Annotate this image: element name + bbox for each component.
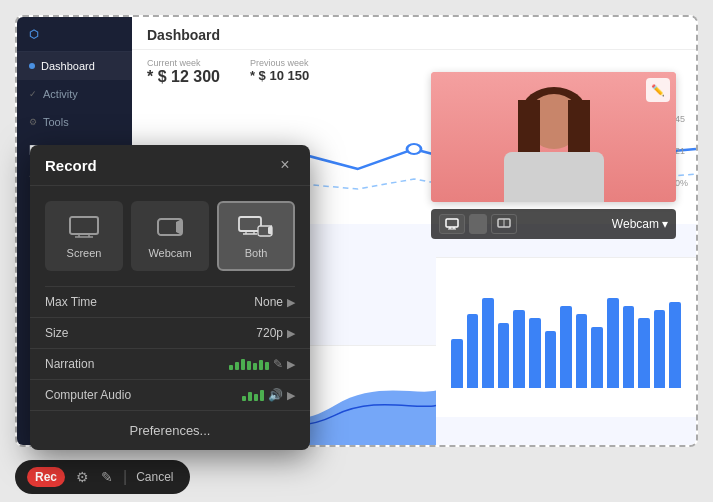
bar-chart <box>436 257 696 417</box>
sidebar-item-dashboard[interactable]: Dashboard <box>17 52 132 80</box>
record-type-webcam[interactable]: Webcam <box>131 201 209 271</box>
webcam-edit-button[interactable]: ✏️ <box>646 78 670 102</box>
source-split-btn[interactable] <box>491 214 517 234</box>
bar-8 <box>576 314 588 388</box>
webcam-source-bar: Webcam ▾ <box>431 209 676 239</box>
bar-3 <box>498 323 510 388</box>
screen-source-icon <box>445 218 459 230</box>
source-screen-btn[interactable] <box>439 214 465 234</box>
audio-label: Computer Audio <box>45 388 135 402</box>
setting-row-maxtime[interactable]: Max Time None ▶ <box>30 287 310 318</box>
webcam-label-text: Webcam <box>612 217 659 231</box>
bar-10 <box>607 298 619 388</box>
audio-speaker-icon[interactable]: 🔊 <box>268 388 283 402</box>
vol-bar-3 <box>241 359 245 370</box>
current-week-stat: Current week * $ 12 300 <box>147 58 220 86</box>
bar-1 <box>467 314 479 388</box>
person-body <box>504 152 604 202</box>
setting-row-audio[interactable]: Computer Audio 🔊 ▶ <box>30 380 310 411</box>
narration-pencil-icon[interactable]: ✎ <box>273 357 283 371</box>
source-fill-btn[interactable] <box>469 214 487 234</box>
previous-week-stat: Previous week * $ 10 150 <box>250 58 309 86</box>
record-type-both[interactable]: Both <box>217 201 295 271</box>
page-title: Dashboard <box>147 27 681 43</box>
sidebar-logo: ⬡ <box>17 17 132 52</box>
bars-container <box>451 288 681 388</box>
bar-13 <box>654 310 666 388</box>
active-indicator <box>29 63 35 69</box>
vol-bar-5 <box>253 363 257 370</box>
audio-vol-bar-4 <box>260 390 264 401</box>
webcam-source-label: Webcam ▾ <box>612 217 668 231</box>
setting-row-size[interactable]: Size 720p ▶ <box>30 318 310 349</box>
bar-14 <box>669 302 681 388</box>
audio-vol-bar-3 <box>254 394 258 401</box>
settings-icon[interactable]: ⚙ <box>71 469 94 485</box>
both-type-icon <box>238 213 274 241</box>
bar-0 <box>451 339 463 388</box>
bar-9 <box>591 327 603 388</box>
bar-4 <box>513 310 525 388</box>
size-chevron: ▶ <box>287 327 295 340</box>
maxtime-label: Max Time <box>45 295 135 309</box>
sidebar-label-activity: Activity <box>43 88 78 100</box>
vol-bar-2 <box>235 362 239 370</box>
screen-type-label: Screen <box>67 247 102 259</box>
edit-icon[interactable]: ✎ <box>96 469 118 485</box>
setting-row-narration[interactable]: Narration ✎ ▶ <box>30 349 310 380</box>
size-value: 720p <box>256 326 283 340</box>
webcam-person-view <box>431 72 676 202</box>
audio-vol-bar-2 <box>248 392 252 401</box>
svg-marker-12 <box>176 219 182 235</box>
bar-7 <box>560 306 572 388</box>
bar-2 <box>482 298 494 388</box>
audio-volume-bars <box>242 389 264 401</box>
maxtime-value: None <box>254 295 283 309</box>
audio-chevron: ▶ <box>287 389 295 402</box>
current-week-value: * $ 12 300 <box>147 68 220 86</box>
modal-title: Record <box>45 157 97 174</box>
record-types-row: Screen Webcam <box>30 186 310 286</box>
vol-bar-4 <box>247 361 251 370</box>
maxtime-chevron: ▶ <box>287 296 295 309</box>
narration-label: Narration <box>45 357 135 371</box>
bar-5 <box>529 318 541 388</box>
sidebar-label-tools: Tools <box>43 116 69 128</box>
vol-bar-1 <box>229 365 233 370</box>
sidebar-item-activity[interactable]: ✓ Activity <box>17 80 132 108</box>
previous-week-value: * $ 10 150 <box>250 68 309 83</box>
rec-badge[interactable]: Rec <box>27 467 65 487</box>
screen-type-icon <box>66 213 102 241</box>
size-label: Size <box>45 326 135 340</box>
record-modal: Record × Screen Webcam <box>30 145 310 450</box>
webcam-type-icon <box>152 213 188 241</box>
bar-11 <box>623 306 635 388</box>
previous-week-label: Previous week <box>250 58 309 68</box>
bar-6 <box>545 331 557 388</box>
svg-rect-7 <box>70 217 98 234</box>
narration-chevron: ▶ <box>287 358 295 371</box>
vol-bar-6 <box>259 360 263 370</box>
narration-volume-bars <box>229 358 269 370</box>
cancel-button[interactable]: Cancel <box>132 470 177 484</box>
sidebar-label-dashboard: Dashboard <box>41 60 95 72</box>
bottom-bar: Rec ⚙ ✎ | Cancel <box>15 460 190 494</box>
preferences-button[interactable]: Preferences... <box>30 411 310 450</box>
modal-header: Record × <box>30 145 310 186</box>
main-header: Dashboard <box>132 17 696 50</box>
current-week-label: Current week <box>147 58 220 68</box>
split-source-icon <box>497 218 511 230</box>
record-type-screen[interactable]: Screen <box>45 201 123 271</box>
webcam-chevron[interactable]: ▾ <box>662 217 668 231</box>
webcam-type-label: Webcam <box>148 247 191 259</box>
modal-close-button[interactable]: × <box>275 155 295 175</box>
webcam-preview: ✏️ <box>431 72 676 202</box>
sidebar-item-tools[interactable]: ⚙ Tools <box>17 108 132 136</box>
vol-bar-7 <box>265 362 269 370</box>
both-type-label: Both <box>245 247 268 259</box>
audio-vol-bar-1 <box>242 396 246 401</box>
svg-rect-1 <box>446 219 458 227</box>
bar-12 <box>638 318 650 388</box>
svg-point-0 <box>407 144 421 154</box>
